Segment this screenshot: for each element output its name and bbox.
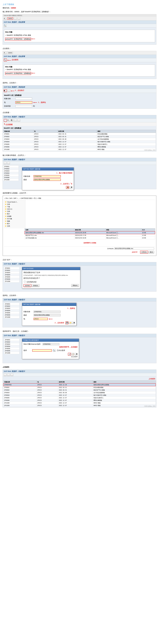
sidebar-item[interactable]: 📁 文档: [5, 210, 24, 213]
desc-input[interactable]: [34, 178, 61, 181]
table-row[interactable]: ZFI1008ZFICO2022. 12. 07MR22 模板: [3, 148, 156, 151]
table-row[interactable]: ZFI0001: [3, 166, 19, 168]
table-row-new[interactable]: ZFIREP001ZFICO2023. 12. 28报表合理折旧率生成模板: [3, 384, 156, 386]
find-btn[interactable]: 🔍: [4, 58, 7, 62]
table-row[interactable]: ZFI0004: [4, 310, 20, 312]
table-row[interactable]: ZFI1008: [4, 352, 20, 354]
new-btn[interactable]: 📄: [4, 119, 7, 122]
radio-binary[interactable]: ●WebRFC 应用程序的二进制数据: [5, 38, 31, 41]
open-btn[interactable]: 打开(O): [140, 251, 148, 254]
remember-checkbox[interactable]: [24, 281, 26, 282]
table-row[interactable]: ZFI0004: [3, 172, 19, 174]
local-btn[interactable]: 📁: [69, 322, 72, 324]
sidebar-item[interactable]: 📁 文档: [5, 225, 24, 227]
request-input[interactable]: [32, 349, 52, 352]
table-row[interactable]: ZFI0004ZFICO2022. 12. 07银行对账单导入模板: [3, 140, 156, 143]
table-row[interactable]: ZFI0002: [4, 341, 20, 343]
col-header[interactable]: 对象名称: [3, 380, 36, 384]
table-row[interactable]: ZFI1008: [3, 178, 19, 181]
table-row[interactable]: ZFI0002ZFICO2022. 03. 31固定资产导入模板: [3, 389, 156, 391]
table-row[interactable]: ZFI0002ZFICO2022. 03. 31固定资产导入模板: [3, 135, 156, 138]
table-row[interactable]: ZFI0001ZFICO2022. 03. 31科目余额表模板: [3, 133, 156, 135]
path-bar[interactable]: « File > Self > SAP > … > SAP开发设计建议 > 导入…: [4, 197, 155, 200]
toolbar-btn[interactable]: [14, 119, 17, 122]
sidebar-item[interactable]: 📁 3D 对象: [5, 218, 24, 220]
allow-btn[interactable]: 允许(A): [24, 284, 31, 287]
table-row[interactable]: ZFI0003: [4, 343, 20, 345]
file-row[interactable]: 会计凭证创建.xlsx2022/12/19 16:48Microsoft Exc…: [24, 236, 155, 239]
table-row[interactable]: ZFI0006ZFICO2022. 12. 07费用分摊模板: [3, 399, 156, 402]
table-row[interactable]: ZFI0001ZFICO2022. 03. 31科目余额表模板: [3, 386, 156, 389]
toolbar-btn[interactable]: [7, 89, 10, 92]
table-row[interactable]: ZFI0001: [4, 303, 20, 305]
toolbar-btn[interactable]: [7, 374, 10, 376]
table-row[interactable]: ZFI0006: [3, 176, 19, 178]
col-header[interactable]: 描述: [97, 130, 156, 133]
sidebar-item[interactable]: 📁 视频: [5, 220, 24, 222]
table-row[interactable]: ZFI0003ZFICO2022. 09. 08会计凭证创建模板: [3, 138, 156, 140]
table-row[interactable]: ZFI0006: [4, 350, 20, 352]
sidebar-item[interactable]: 📁 2023-11: [5, 208, 24, 210]
table-row[interactable]: ZFI0003: [3, 170, 19, 172]
table-row[interactable]: ZFI0003ZFICO2022. 09. 08会计凭证创建模板: [3, 391, 156, 394]
col-header[interactable]: 描述: [93, 380, 156, 384]
cancel-btn[interactable]: 取消: [148, 251, 154, 254]
table-row[interactable]: ZFI0002: [4, 269, 20, 272]
table-row[interactable]: ZFI0005: [4, 312, 20, 314]
table-row[interactable]: ZFI0004: [4, 345, 20, 347]
col-header[interactable]: 包: [33, 130, 58, 133]
toolbar-btn[interactable]: 🗑: [11, 119, 14, 122]
col-header[interactable]: 改变日期: [58, 380, 93, 384]
table-row[interactable]: ZFI1009ZFICO2022. 12. 07MR22 模板: [3, 404, 156, 407]
table-row[interactable]: ZFI0001: [4, 338, 20, 341]
confirm-btn[interactable]: ✔: [68, 353, 71, 356]
file-row[interactable]: 报表合理折旧率生成模板.xlsx2023/12/25 20:48Microsof…: [24, 231, 155, 234]
obj-input[interactable]: [15, 98, 32, 100]
table-row[interactable]: ZFI1008: [4, 316, 20, 318]
sidebar-item[interactable]: 📁 此电脑: [5, 215, 24, 218]
table-row[interactable]: ZFI0006ZFICO2022. 12. 07费用分摊模板: [3, 146, 156, 148]
table-row[interactable]: ZFI0004: [4, 274, 20, 276]
pkg-input[interactable]: [15, 101, 32, 104]
col-header[interactable]: 包: [36, 380, 58, 384]
sidebar-item[interactable]: 📁 文档: [5, 203, 24, 206]
file-row[interactable]: 固定资产导入.xlsx2023/12/25 17:35Microsoft Exc…: [24, 234, 155, 237]
check-icon[interactable]: ✔: [4, 52, 6, 54]
find-btn[interactable]: 🔍: [4, 24, 6, 27]
pkg-input[interactable]: [34, 318, 48, 320]
table-row[interactable]: ZFI0005: [4, 276, 20, 278]
cancel-btn[interactable]: ✖: [70, 186, 72, 189]
table-row[interactable]: ZFI0006: [4, 278, 20, 280]
toolbar-btn[interactable]: ✏: [7, 119, 10, 122]
radio-binary[interactable]: ●WebRFC 应用程序的二进制数据: [5, 72, 31, 75]
radio-html[interactable]: ○ WebRFC 应用程序的 HTML 模板: [5, 34, 154, 37]
tcode-input[interactable]: SMW0: [7, 18, 13, 20]
toolbar-btn[interactable]: [4, 162, 6, 164]
table-row[interactable]: ZFI0006: [4, 314, 20, 316]
target-input[interactable]: [15, 105, 32, 107]
toolbar-btn[interactable]: [4, 374, 6, 376]
toolbar-btn[interactable]: [7, 162, 10, 164]
search-help-btn[interactable]: 🔍: [53, 349, 56, 352]
table-row[interactable]: ZFI1008: [4, 280, 20, 282]
table-row[interactable]: ZFI0002: [3, 168, 19, 170]
toolbar-btn[interactable]: [10, 374, 13, 376]
table-row[interactable]: ZFI0005: [4, 347, 20, 350]
cancel-btn[interactable]: ✖: [72, 322, 75, 324]
save-btn[interactable]: 💾: [65, 322, 68, 324]
table-row[interactable]: ZFI0003: [4, 307, 20, 310]
execute-btn[interactable]: ▶: [4, 89, 7, 92]
sidebar-item[interactable]: 📁 图片: [5, 213, 24, 215]
toolbar-btn[interactable]: [18, 17, 20, 20]
sidebar-item[interactable]: 📁 Visual Studio 2…: [5, 201, 24, 203]
radio-html[interactable]: ○ WebRFC 应用程序的 HTML 模板: [5, 68, 154, 71]
col-header[interactable]: 对象名称: [3, 130, 33, 133]
table-row[interactable]: ZFI0004ZFICO2022. 12. 07银行对账单导入模板: [3, 394, 156, 396]
help-btn[interactable]: 帮助(H): [71, 284, 79, 287]
sidebar-item[interactable]: 📁 下载: [5, 206, 24, 208]
check-icon[interactable]: ✔: [4, 17, 6, 20]
table-row[interactable]: ZFI0003: [4, 272, 20, 274]
filename-input[interactable]: [114, 248, 154, 250]
objname-input[interactable]: [34, 175, 61, 178]
sidebar-item[interactable]: 📁 图片: [5, 222, 24, 225]
